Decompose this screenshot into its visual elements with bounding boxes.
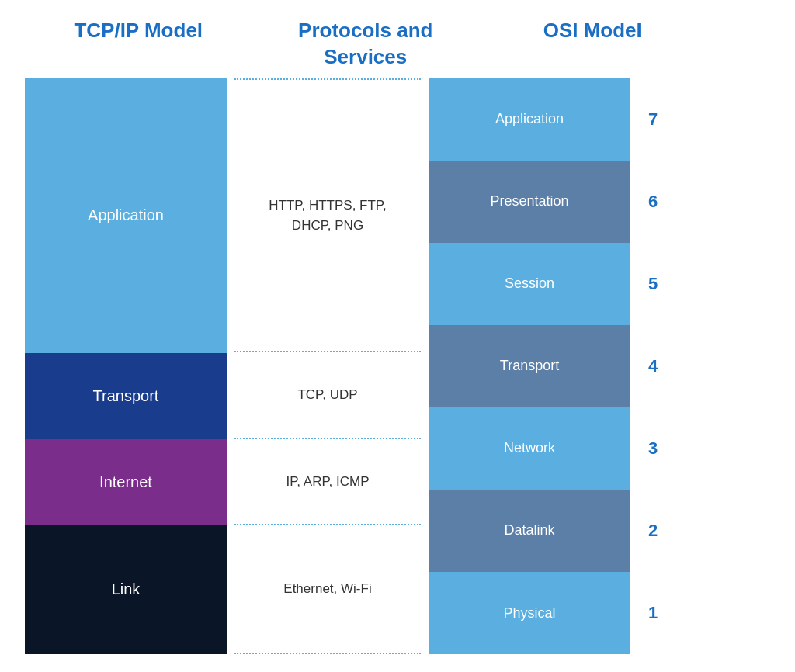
osi-layer-4: Transport — [429, 325, 630, 407]
osi-number-2: 2 — [637, 490, 669, 572]
internet-protocols-text: IP, ARP, ICMP — [286, 472, 369, 492]
osi-layer-7: Application — [429, 78, 630, 161]
internet-protocols-section: IP, ARP, ICMP — [234, 439, 421, 524]
osi-layer-6: Presentation — [429, 161, 630, 243]
osi-title: OSI Model — [491, 18, 693, 71]
protocols-column: HTTP, HTTPS, FTP,DHCP, PNG TCP, UDP IP, … — [227, 78, 429, 654]
osi-number-4: 4 — [637, 325, 669, 407]
tcpip-internet-layer: Internet — [25, 439, 227, 525]
osi-layer-2: Datalink — [429, 490, 630, 572]
tcpip-transport-layer: Transport — [25, 353, 227, 439]
tcpip-application-layer: Application — [25, 78, 227, 354]
osi-numbers-column: 7 6 5 4 3 2 1 — [630, 78, 669, 654]
transport-protocols-section: TCP, UDP — [234, 352, 421, 437]
dotted-line-bottom — [234, 653, 421, 654]
tcpip-link-layer: Link — [25, 525, 227, 654]
link-protocols-text: Ethernet, Wi-Fi — [283, 579, 371, 599]
osi-column: Application Presentation Session Transpo… — [429, 78, 630, 654]
osi-layer-5: Session — [429, 243, 630, 325]
osi-number-5: 5 — [637, 243, 669, 325]
app-protocols-text: HTTP, HTTPS, FTP,DHCP, PNG — [269, 196, 386, 235]
osi-number-7: 7 — [637, 78, 669, 161]
headers-row: TCP/IP Model Protocols andServices OSI M… — [25, 18, 770, 71]
tcpip-column: Application Transport Internet Link — [25, 78, 227, 654]
osi-number-1: 1 — [637, 572, 669, 654]
osi-number-3: 3 — [637, 407, 669, 490]
transport-protocols-text: TCP, UDP — [297, 385, 357, 405]
diagram: TCP/IP Model Protocols andServices OSI M… — [25, 18, 770, 654]
protocols-title: Protocols andServices — [265, 18, 467, 71]
osi-number-6: 6 — [637, 161, 669, 243]
link-protocols-section: Ethernet, Wi-Fi — [234, 525, 421, 653]
content-area: Application Transport Internet Link HTTP… — [25, 78, 770, 654]
app-protocols-section: HTTP, HTTPS, FTP,DHCP, PNG — [234, 80, 421, 352]
osi-layer-1: Physical — [429, 572, 630, 654]
osi-layer-3: Network — [429, 407, 630, 490]
tcpip-title: TCP/IP Model — [37, 18, 239, 71]
